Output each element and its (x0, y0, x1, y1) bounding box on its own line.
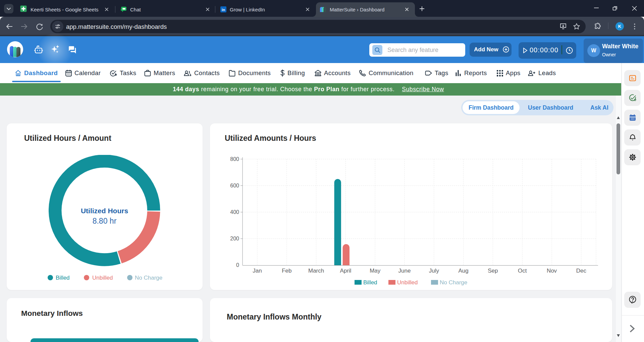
svg-text:Unbilled: Unbilled (397, 279, 418, 286)
svg-text:Feb: Feb (282, 268, 291, 274)
svg-text:June: June (398, 268, 411, 274)
svg-text:Aug: Aug (458, 268, 468, 274)
svg-text:600: 600 (230, 183, 239, 188)
svg-text:800: 800 (230, 156, 239, 162)
svg-text:May: May (370, 268, 381, 274)
svg-text:0: 0 (236, 262, 239, 268)
svg-text:July: July (429, 268, 439, 274)
svg-text:400: 400 (230, 209, 239, 215)
svg-text:Jan: Jan (253, 268, 262, 274)
svg-text:Nov: Nov (547, 268, 557, 274)
svg-text:Sep: Sep (488, 268, 498, 274)
svg-text:Billed: Billed (363, 279, 377, 286)
svg-text:in: in (222, 8, 225, 12)
svg-text:April: April (340, 268, 351, 274)
svg-text:No Charge: No Charge (440, 279, 467, 286)
svg-text:Oct: Oct (518, 268, 527, 274)
svg-text:200: 200 (230, 236, 239, 241)
svg-text:Dec: Dec (576, 268, 587, 274)
svg-text:March: March (308, 268, 324, 274)
